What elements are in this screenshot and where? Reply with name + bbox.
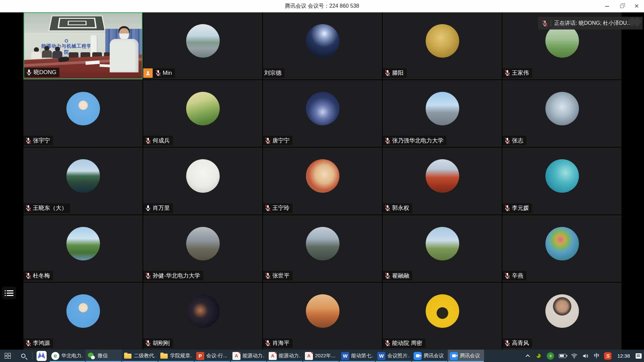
taskbar-app-label: 会议照片...: [387, 353, 410, 359]
participant-tile[interactable]: Min: [143, 12, 262, 79]
mic-muted-icon: [145, 137, 152, 144]
volume-icon[interactable]: [580, 350, 591, 362]
participant-name: 王晓东（大）: [33, 204, 67, 212]
close-button[interactable]: ✕: [629, 0, 644, 12]
participant-tile[interactable]: 唐宁宁: [263, 80, 382, 147]
sogou-tray-icon[interactable]: S: [602, 350, 614, 362]
window-title: 腾讯会议 会议号：224 860 538: [285, 3, 359, 10]
green-plus-tray-icon[interactable]: +: [544, 350, 556, 362]
input-method-indicator[interactable]: 中: [591, 350, 602, 362]
taskbar-app-会议-行...[interactable]: P会议-行...: [194, 350, 230, 362]
participant-tile[interactable]: 能动院 周密: [383, 283, 502, 350]
avatar: [426, 227, 459, 260]
taskbar-app-腾讯会议[interactable]: 腾讯会议: [448, 350, 484, 362]
participant-tile[interactable]: 肖万里: [143, 147, 262, 215]
university-logo: [65, 39, 68, 43]
mic-muted-icon: [504, 204, 511, 212]
name-tag: 李鸿源: [23, 339, 53, 348]
name-tag: 王宁玲: [263, 203, 292, 213]
participant-tile[interactable]: 杜冬梅: [23, 215, 143, 282]
battery-icon[interactable]: [556, 350, 569, 362]
taskbar-app-能动第七...[interactable]: W能动第七...: [339, 350, 375, 362]
start-button[interactable]: [0, 350, 15, 362]
avatar: [66, 294, 100, 328]
avatar: [66, 227, 100, 260]
participant-tile[interactable]: 李鸿源: [23, 283, 143, 350]
participant-tile[interactable]: 张宇宁: [23, 80, 143, 147]
avatar: [186, 92, 220, 125]
speaking-banner: 正在讲话: 晓DONG; 杜小泽DU...: [538, 17, 643, 29]
wifi-icon[interactable]: [569, 350, 580, 362]
participant-tile[interactable]: 张乃强华北电力大学: [383, 80, 502, 147]
browser-icon: e: [51, 352, 59, 360]
participant-tile[interactable]: 能源动力与机械工程学院 SCHOOL OF ENERGY, POWER AND …: [23, 12, 143, 79]
participant-name: 孙健-华北电力大学: [153, 272, 200, 280]
name-tag: Min: [143, 68, 175, 78]
meeting-icon: [414, 352, 422, 360]
mic-muted-icon: [145, 340, 152, 347]
search-button[interactable]: [15, 350, 31, 362]
participant-tile[interactable]: 翟融融: [383, 215, 502, 282]
taskbar-app-二级教代...[interactable]: 二级教代...: [122, 350, 158, 362]
member-list-toggle-button[interactable]: [2, 287, 16, 299]
participant-tile[interactable]: 郭永权: [383, 147, 502, 215]
action-center-button[interactable]: [633, 350, 644, 362]
wechat-icon: [88, 352, 96, 360]
participant-tile[interactable]: 张世平: [263, 215, 382, 282]
pinned-app-icon[interactable]: [37, 351, 47, 361]
participant-tile[interactable]: 辛燕: [502, 215, 622, 282]
clock[interactable]: 12:38: [614, 350, 633, 362]
participant-tile[interactable]: 孙健-华北电力大学: [143, 215, 262, 282]
mic-muted-icon: [25, 204, 32, 212]
taskbar-app-label: 华北电力...: [61, 353, 84, 359]
taskbar-app-腾讯会议[interactable]: 腾讯会议: [412, 350, 448, 362]
pdf-icon: A: [269, 352, 277, 360]
attendee: [31, 47, 41, 59]
taskbar-app-能源动力...[interactable]: A能源动力...: [267, 350, 303, 362]
name-tag: 王晓东（大）: [23, 203, 70, 213]
participant-tile[interactable]: 王宁玲: [263, 147, 382, 215]
name-tag: 何成兵: [143, 136, 173, 145]
name-tag: 高青风: [502, 339, 532, 348]
name-tag: 滕阳: [383, 68, 407, 78]
mic-muted-icon: [384, 272, 391, 279]
avatar: [426, 92, 459, 125]
participant-tile[interactable]: 刘宗德: [263, 12, 382, 79]
participant-name: 晓DONG: [34, 68, 56, 76]
participant-name: 辛燕: [512, 272, 523, 280]
participant-tile[interactable]: 高青风: [502, 283, 622, 350]
participant-tile[interactable]: 张志: [502, 80, 622, 147]
minimize-button[interactable]: [600, 0, 614, 12]
participant-tile[interactable]: 胡刚刚: [143, 283, 262, 350]
participant-tile[interactable]: 李元媛: [502, 147, 622, 215]
participant-name: 能动院 周密: [392, 339, 422, 347]
taskbar-app-label: 2022年...: [315, 353, 335, 359]
participant-name: 滕阳: [392, 69, 404, 77]
taskbar-app-会议照片...[interactable]: W会议照片...: [375, 350, 412, 362]
participant-tile[interactable]: 王晓东（大）: [23, 147, 143, 215]
restore-button[interactable]: [614, 0, 629, 12]
taskbar-app-2022年...[interactable]: A2022年...: [303, 350, 339, 362]
mic-muted-icon: [504, 272, 511, 279]
taskbar-app-label: 能源动力...: [243, 353, 265, 359]
tray-expand-button[interactable]: [525, 350, 532, 362]
participant-tile[interactable]: 肖海平: [263, 283, 382, 350]
avatar: [426, 159, 459, 193]
taskbar-app-label: 腾讯会议: [460, 353, 480, 359]
taskbar-app-微信[interactable]: 微信: [86, 350, 122, 362]
nvidia-tray-icon[interactable]: [532, 350, 544, 362]
folder-icon: [160, 352, 168, 360]
participant-name: 张世平: [272, 272, 289, 280]
taskbar-app-能源动力...[interactable]: A能源动力...: [230, 350, 267, 362]
taskbar-app-学院规章...[interactable]: 学院规章...: [158, 350, 194, 362]
participant-tile[interactable]: 滕阳: [383, 12, 502, 79]
avatar: [186, 24, 220, 58]
participant-tile[interactable]: 何成兵: [143, 80, 262, 147]
mic-muted-icon: [541, 20, 548, 27]
participant-name: 杜冬梅: [33, 272, 50, 280]
mic-muted-icon: [264, 137, 271, 144]
name-tag: 张乃强华北电力大学: [383, 136, 446, 145]
word-icon: W: [377, 352, 385, 360]
participant-name: 王宁玲: [272, 204, 289, 212]
taskbar-app-华北电力...[interactable]: e华北电力...: [49, 350, 86, 362]
